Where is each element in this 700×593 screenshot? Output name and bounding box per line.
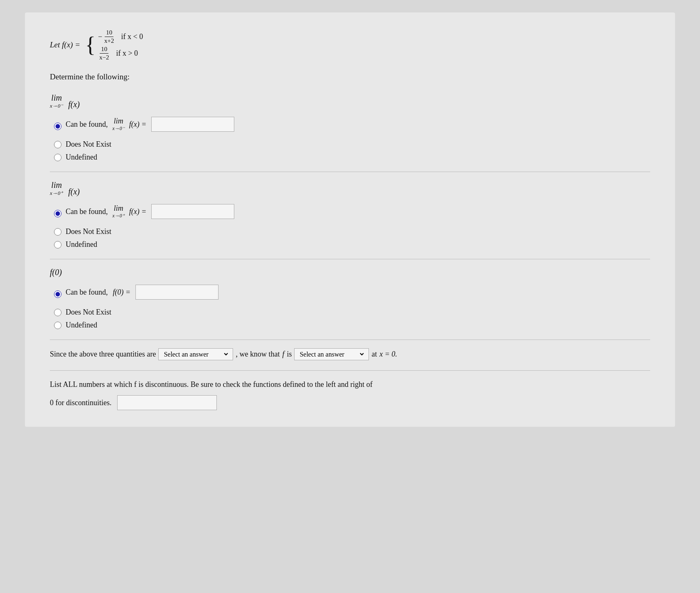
since-block: Since the above three quantities are Sel… xyxy=(50,348,650,360)
lim-sub-2: x→0⁺ xyxy=(50,190,63,197)
case1-fraction: − 10 x+2 xyxy=(98,29,115,44)
case-row-1: − 10 x+2 if x < 0 xyxy=(98,29,143,44)
lim-word-2: lim xyxy=(51,180,62,190)
dne-label-2: Does Not Exist xyxy=(66,227,111,236)
fraction-1: 10 x+2 xyxy=(103,29,115,44)
lim-sub-1: x→0⁻ xyxy=(50,103,63,109)
right-limit-input[interactable] xyxy=(151,204,234,219)
brace-table: { − 10 x+2 if x < 0 10 x−2 xyxy=(85,29,143,61)
divider-1 xyxy=(50,172,650,172)
undefined-label-1: Undefined xyxy=(66,153,97,162)
page-content: Let f(x) = { − 10 x+2 if x < 0 10 xyxy=(25,12,675,427)
right-limit-radio-found[interactable] xyxy=(54,210,61,217)
fx-label-1: f(x) xyxy=(68,100,80,109)
can-be-found-label-3: Can be found, xyxy=(66,288,108,297)
undefined-label-3: Undefined xyxy=(66,321,97,330)
inline-lim-word-1: lim xyxy=(114,117,123,125)
right-limit-found-row: Can be found, lim x→0⁺ f(x) = xyxy=(66,204,234,219)
since-text-middle: , we know that xyxy=(236,350,280,359)
left-brace: { xyxy=(85,34,96,56)
left-limit-heading: lim x→0⁻ f(x) xyxy=(50,93,650,109)
case1-neg: − xyxy=(98,32,102,41)
denominator-1: x+2 xyxy=(103,37,115,44)
since-text-before: Since the above three quantities are xyxy=(50,350,156,359)
fx-label-2: f(x) xyxy=(68,187,80,197)
inline-lim-word-2: lim xyxy=(114,204,123,213)
x-equals-0: x = 0. xyxy=(379,350,397,359)
dropdown-2-container[interactable]: Select an answer continuous discontinuou… xyxy=(294,348,369,360)
left-limit-options: Can be found, lim x→0⁻ f(x) = Does Not E… xyxy=(54,117,650,162)
divider-4 xyxy=(50,370,650,371)
let-label: Let f(x) = xyxy=(50,40,80,49)
inline-lim-1: lim x→0⁻ xyxy=(112,117,124,132)
f0-radio-dne[interactable] xyxy=(54,309,61,316)
undefined-label-2: Undefined xyxy=(66,240,97,249)
f-at-0-section: f(0) Can be found, f(0) = Does Not Exist… xyxy=(50,268,650,330)
divider-2 xyxy=(50,259,650,259)
piecewise-definition: Let f(x) = { − 10 x+2 if x < 0 10 xyxy=(50,29,650,61)
numerator-2: 10 xyxy=(100,46,108,54)
discontinuities-input[interactable] xyxy=(117,395,217,410)
case1-condition: if x < 0 xyxy=(121,32,143,41)
inline-lim-2: lim x→0⁺ xyxy=(112,204,124,219)
left-limit-undefined[interactable]: Undefined xyxy=(54,153,650,162)
dropdown-2[interactable]: Select an answer continuous discontinuou… xyxy=(298,350,365,358)
right-limit-heading: lim x→0⁺ f(x) xyxy=(50,180,650,197)
inline-lim-sub-1: x→0⁻ xyxy=(112,125,124,132)
right-limit-section: lim x→0⁺ f(x) Can be found, lim x→0⁺ f(x… xyxy=(50,180,650,249)
left-limit-input[interactable] xyxy=(151,117,234,132)
fraction-2: 10 x−2 xyxy=(98,46,110,61)
list-all-text2: 0 for discontinuities. xyxy=(50,399,111,407)
denominator-2: x−2 xyxy=(98,54,110,61)
dropdown-1[interactable]: Select an answer equal not equal defined… xyxy=(162,350,229,358)
right-limit-can-be-found[interactable]: Can be found, lim x→0⁺ f(x) = xyxy=(54,204,650,223)
left-limit-can-be-found[interactable]: Can be found, lim x→0⁻ f(x) = xyxy=(54,117,650,136)
list-all-text: List ALL numbers at which f is discontin… xyxy=(50,379,650,390)
list-all-block: List ALL numbers at which f is discontin… xyxy=(50,379,650,410)
inline-fx-1: f(x) = xyxy=(129,120,147,129)
left-limit-radio-found[interactable] xyxy=(54,123,61,130)
f0-options: Can be found, f(0) = Does Not Exist Unde… xyxy=(54,285,650,330)
inline-lim-sub-2: x→0⁺ xyxy=(112,213,124,219)
f0-heading-label: f(0) xyxy=(50,268,62,277)
can-be-found-label-1: Can be found, xyxy=(66,120,108,129)
numerator-1: 10 xyxy=(105,29,113,37)
divider-3 xyxy=(50,340,650,340)
at-text: at xyxy=(371,350,377,359)
right-limit-options: Can be found, lim x→0⁺ f(x) = Does Not E… xyxy=(54,204,650,249)
f0-undefined[interactable]: Undefined xyxy=(54,321,650,330)
right-limit-undefined[interactable]: Undefined xyxy=(54,240,650,249)
list-all-input-row: 0 for discontinuities. xyxy=(50,395,650,410)
left-limit-found-row: Can be found, lim x→0⁻ f(x) = xyxy=(66,117,234,132)
left-limit-dne[interactable]: Does Not Exist xyxy=(54,140,650,149)
case2-condition: if x > 0 xyxy=(116,49,138,58)
f0-radio-undefined[interactable] xyxy=(54,322,61,329)
f0-input[interactable] xyxy=(135,285,219,300)
f0-found-row: Can be found, f(0) = xyxy=(66,285,219,300)
f0-can-be-found[interactable]: Can be found, f(0) = xyxy=(54,285,650,304)
case-row-2: 10 x−2 if x > 0 xyxy=(98,46,143,61)
f0-expr: f(0) = xyxy=(113,288,130,297)
dne-label-1: Does Not Exist xyxy=(66,140,111,149)
f0-dne[interactable]: Does Not Exist xyxy=(54,308,650,317)
dropdown-1-container[interactable]: Select an answer equal not equal defined… xyxy=(158,348,233,360)
left-limit-radio-undefined[interactable] xyxy=(54,154,61,161)
right-limit-radio-undefined[interactable] xyxy=(54,241,61,249)
left-limit-radio-dne[interactable] xyxy=(54,141,61,148)
is-text: is xyxy=(287,350,292,359)
f0-radio-found[interactable] xyxy=(54,290,61,298)
lim-word-1: lim xyxy=(51,93,62,103)
f0-heading: f(0) xyxy=(50,268,650,277)
can-be-found-label-2: Can be found, xyxy=(66,207,108,216)
right-limit-radio-dne[interactable] xyxy=(54,228,61,236)
determine-label: Determine the following: xyxy=(50,72,650,81)
inline-fx-2: f(x) = xyxy=(129,207,147,216)
left-limit-section: lim x→0⁻ f(x) Can be found, lim x→0⁻ f(x… xyxy=(50,93,650,162)
dne-label-3: Does Not Exist xyxy=(66,308,111,317)
f-italic-label: f xyxy=(282,350,284,359)
right-limit-dne[interactable]: Does Not Exist xyxy=(54,227,650,236)
cases-list: − 10 x+2 if x < 0 10 x−2 if x > 0 xyxy=(98,29,143,61)
